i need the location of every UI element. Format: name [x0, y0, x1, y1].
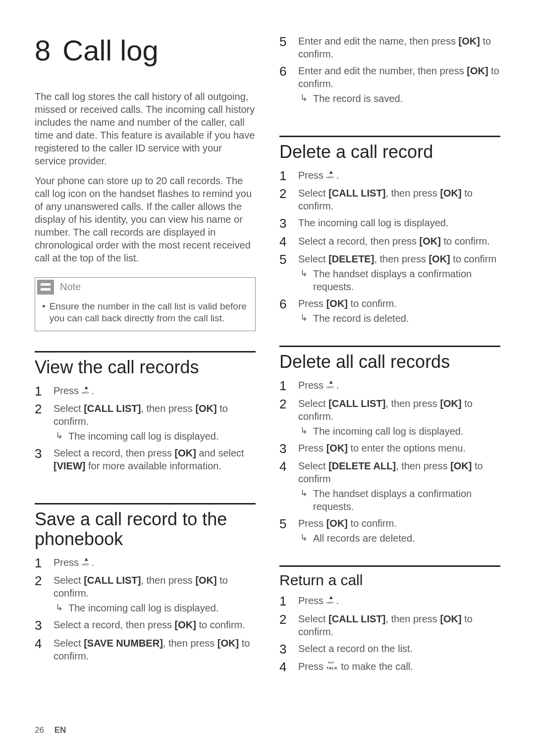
section-rule — [279, 565, 500, 567]
chapter-name: Call log — [62, 34, 158, 66]
section-delete-all-title: Delete all call records — [279, 352, 500, 372]
step: 6 Enter and edit the number, then press … — [279, 64, 500, 105]
step: 1 Press . — [35, 384, 256, 399]
steps-view: 1 Press . 2 Select [CALL LIST], then pre… — [35, 384, 256, 473]
step: 5 Press [OK] to confirm. ↳All records ar… — [279, 517, 500, 545]
chapter-title: 8Call log — [35, 35, 256, 66]
call-id-up-icon — [326, 382, 336, 389]
intro-paragraph-2: Your phone can store up to 20 call recor… — [35, 174, 256, 264]
step: 4 Press to make the call. — [279, 660, 500, 674]
call-id-up-icon — [82, 387, 92, 394]
note-box: Note Ensure the number in the call list … — [35, 277, 256, 332]
step: 2 Select [CALL LIST], then press [OK] to… — [35, 574, 256, 614]
call-id-up-icon — [82, 559, 92, 566]
step: 4 Select [SAVE NUMBER], then press [OK] … — [35, 637, 256, 662]
result-arrow-icon: ↳ — [55, 602, 63, 614]
page-footer: 26 EN — [35, 725, 66, 735]
result-arrow-icon: ↳ — [55, 430, 63, 443]
chapter-number: 8 — [35, 35, 51, 66]
page-language: EN — [54, 725, 66, 735]
step: 3 Press [OK] to enter the options menu. — [279, 442, 500, 456]
section-rule — [279, 136, 500, 137]
result-arrow-icon: ↳ — [300, 92, 308, 105]
call-id-up-icon — [326, 172, 336, 179]
result-arrow-icon: ↳ — [300, 532, 308, 545]
note-label: Note — [60, 281, 81, 293]
step: 3 The incoming call log is displayed. — [279, 216, 500, 231]
step: 1 Press . — [35, 556, 256, 570]
section-view-title: View the call records — [35, 357, 256, 377]
result-arrow-icon: ↳ — [300, 312, 308, 325]
result-arrow-icon: ↳ — [300, 267, 308, 293]
page-number: 26 — [35, 725, 44, 735]
step: 3 Select a record on the list. — [279, 642, 500, 656]
talk-flash-icon — [326, 663, 338, 670]
steps-delete: 1 Press . 2 Select [CALL LIST], then pre… — [279, 169, 500, 325]
step: 5 Enter and edit the name, then press [O… — [279, 35, 500, 60]
section-delete-title: Delete a call record — [279, 142, 500, 162]
steps-save-continued: 5 Enter and edit the name, then press [O… — [279, 35, 500, 105]
section-rule — [35, 351, 256, 353]
note-icon — [37, 280, 54, 295]
step: 5 Select [DELETE], then press [OK] to co… — [279, 252, 500, 293]
step: 4 Select a record, then press [OK] to co… — [279, 235, 500, 249]
step: 2 Select [CALL LIST], then press [OK] to… — [279, 397, 500, 438]
steps-delete-all: 1 Press . 2 Select [CALL LIST], then pre… — [279, 379, 500, 545]
step: 2 Select [CALL LIST], then press [OK] to… — [35, 402, 256, 443]
step: 1 Press . — [279, 379, 500, 393]
step: 6 Press [OK] to confirm. ↳The record is … — [279, 297, 500, 325]
result-arrow-icon: ↳ — [300, 487, 308, 513]
section-rule — [279, 346, 500, 347]
step: 2 Select [CALL LIST], then press [OK] to… — [279, 612, 500, 638]
step: 3 Select a record, then press [OK] and s… — [35, 447, 256, 472]
intro-paragraph-1: The call log stores the call history of … — [35, 90, 256, 167]
section-rule — [35, 503, 256, 504]
section-return-title: Return a call — [279, 572, 500, 588]
step: 3 Select a record, then press [OK] to co… — [35, 618, 256, 633]
step: 2 Select [CALL LIST], then press [OK] to… — [279, 187, 500, 212]
note-text: Ensure the number in the call list is va… — [50, 301, 248, 324]
result-arrow-icon: ↳ — [300, 425, 308, 438]
steps-save: 1 Press . 2 Select [CALL LIST], then pre… — [35, 556, 256, 662]
call-id-up-icon — [326, 597, 336, 604]
steps-return: 1 Press . 2 Select [CALL LIST], then pre… — [279, 594, 500, 674]
step: 1 Press . — [279, 169, 500, 183]
step: 1 Press . — [279, 594, 500, 608]
step: 4 Select [DELETE ALL], then press [OK] t… — [279, 459, 500, 513]
section-save-title: Save a call record to the phonebook — [35, 509, 256, 549]
